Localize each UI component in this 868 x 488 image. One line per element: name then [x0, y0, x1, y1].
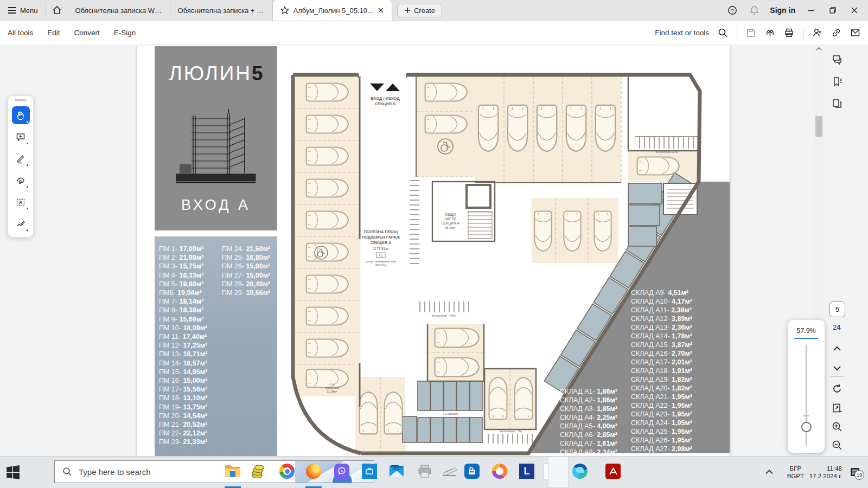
file-explorer-button[interactable] [224, 462, 242, 480]
save-icon[interactable] [746, 28, 756, 38]
svg-text:велосипеди 11 бр: велосипеди 11 бр [656, 150, 678, 153]
firefox-button[interactable] [304, 462, 323, 480]
select-text-tool-button[interactable]: A [12, 193, 30, 211]
notification-icon: 19 [850, 467, 861, 478]
star-icon[interactable] [280, 6, 289, 15]
title-bar: Menu Обяснителна записка WC7225_... Обяс… [0, 0, 868, 21]
create-button[interactable]: Create [397, 4, 442, 17]
sklad-list-item: СКЛАД А1- 1,86м² [560, 387, 617, 396]
current-page-input[interactable]: 5 [829, 301, 845, 317]
edge-button[interactable] [571, 462, 589, 480]
pm-list-item: ПМ 15- 14,96м² [159, 368, 207, 376]
comments-panel-button[interactable] [830, 53, 844, 67]
pm-list-item: ПМ 20- 14,54м² [159, 412, 207, 420]
request-signature-icon[interactable] [812, 28, 822, 38]
add-comment-tool-button[interactable] [12, 128, 30, 146]
previous-page-button[interactable] [830, 342, 844, 356]
highlight-tool-button[interactable] [12, 150, 30, 168]
menu-label: Menu [20, 7, 38, 15]
hamburger-icon [8, 7, 16, 14]
restore-button[interactable] [827, 4, 839, 16]
fill-sign-tool-button[interactable] [12, 215, 30, 233]
start-button[interactable] [5, 465, 21, 480]
tab-document-1[interactable]: Обяснителна записка WC7225_... [68, 0, 170, 21]
scanner-app-button[interactable] [441, 462, 459, 480]
tab-title: Обяснителна записка + заверк... [178, 7, 265, 15]
print-icon[interactable] [784, 28, 794, 38]
convert-menu[interactable]: Convert [74, 29, 100, 37]
tray-language[interactable]: БГРBGPT [787, 456, 804, 488]
briefcase-app-icon [362, 464, 377, 479]
quick-tools-palette: A [8, 95, 34, 237]
sklad-list-item: СКЛАД А3- 1,85м² [560, 404, 617, 413]
comment-plus-icon [16, 132, 25, 142]
help-button[interactable]: ? [726, 4, 738, 16]
printer-app-button[interactable] [416, 462, 434, 480]
sklad-list-item: СКЛАД А4- 2,25м² [560, 413, 617, 422]
coins-app-button[interactable] [250, 462, 268, 480]
hand-icon [16, 111, 25, 120]
tray-chevron[interactable] [765, 456, 773, 488]
l-app-button[interactable]: L [518, 462, 536, 480]
menu-button[interactable]: Menu [0, 0, 46, 21]
link-icon[interactable] [831, 28, 841, 38]
pm-list-item: ПМ 1- 17,09м² [159, 245, 207, 253]
printer-icon [417, 464, 432, 478]
notification-center-button[interactable]: 19 [850, 456, 861, 488]
palette-drag-handle[interactable] [15, 99, 27, 101]
pm-list-item: ПМ 5- 19,80м² [159, 280, 207, 288]
page-thumbnails-button[interactable] [830, 97, 844, 111]
viber-button[interactable] [333, 462, 351, 480]
chevron-down-icon [833, 365, 841, 371]
bookmarks-panel-button[interactable] [830, 75, 844, 89]
find-text-label[interactable]: Find text or tools [655, 29, 709, 37]
tray-clock[interactable]: 11:4817.2.2024 г. [809, 456, 842, 488]
zoom-percentage[interactable]: 57.9% [788, 327, 825, 335]
zoom-slider-knob[interactable] [801, 422, 812, 432]
search-icon [62, 467, 72, 477]
briefcase-app-button[interactable] [360, 462, 379, 480]
tab-document-2[interactable]: Обяснителна записка + заверк... [170, 0, 273, 21]
email-icon[interactable] [850, 28, 860, 38]
pm-list-item: ПМ 28- 20,40м² [222, 280, 270, 288]
chrome-button[interactable] [278, 462, 296, 480]
building-section-drawing [175, 106, 257, 192]
create-label: Create [414, 7, 435, 15]
all-tools-menu[interactable]: All tools [8, 29, 33, 37]
sklad-list-item: СКЛАД А23- 1,95м² [631, 410, 692, 419]
search-icon[interactable] [718, 28, 728, 38]
hand-tool-button[interactable] [12, 106, 30, 124]
ms-store-button[interactable] [463, 462, 481, 480]
zoom-in-button[interactable] [830, 420, 844, 434]
rotate-page-button[interactable] [830, 382, 844, 396]
sklad-list-col2: СКЛАД А9- 4,51м²СКЛАД А10- 4,17м²СКЛАД А… [631, 288, 692, 453]
home-button[interactable] [46, 0, 68, 21]
scroll-up-arrow[interactable] [816, 47, 822, 51]
pm-list-item: ПМ 16- 15,00м² [159, 376, 207, 385]
draw-tool-button[interactable] [12, 171, 30, 189]
acrobat-button[interactable] [604, 462, 622, 480]
svg-text:405,05м²: 405,05м² [375, 264, 387, 267]
chevron-up-icon [765, 470, 773, 474]
zoom-out-button[interactable] [830, 438, 844, 452]
zoom-underline [794, 338, 818, 339]
esign-menu[interactable]: E-Sign [114, 29, 136, 37]
notifications-button[interactable] [748, 4, 760, 16]
mail-button[interactable] [387, 462, 406, 480]
close-tab-icon[interactable] [378, 7, 384, 14]
edit-menu[interactable]: Edit [47, 29, 60, 37]
browser-ring-button[interactable] [490, 462, 509, 480]
taskbar-search[interactable]: Type here to search [54, 460, 374, 483]
next-page-button[interactable] [830, 361, 844, 375]
tab-document-3-active[interactable]: Албум_Люлин 5_05.10... [273, 0, 392, 21]
sign-in-button[interactable]: Sign in [770, 6, 795, 15]
upload-cloud-icon[interactable] [765, 28, 775, 38]
ms-store-icon [464, 464, 480, 479]
sklad-list-item: СКЛАД А18- 1,91м² [631, 367, 692, 375]
scanner-icon [442, 465, 458, 478]
fit-page-button[interactable] [830, 401, 844, 415]
scrollbar-thumb[interactable] [815, 116, 822, 137]
sklad-list-item: СКЛАД А19- 1,82м² [631, 375, 692, 384]
minimize-button[interactable] [805, 4, 817, 16]
close-window-button[interactable] [848, 4, 860, 16]
